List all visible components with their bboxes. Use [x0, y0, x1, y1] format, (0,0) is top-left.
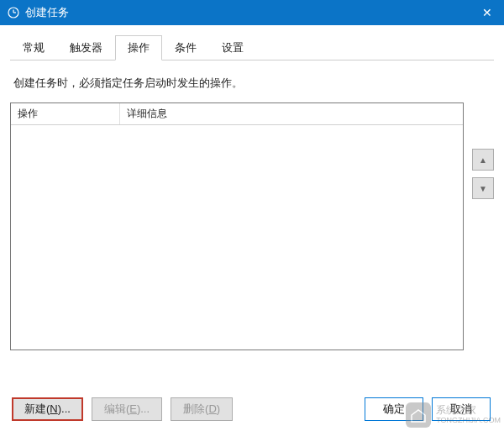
edit-button[interactable]: 编辑(E)... — [92, 397, 162, 421]
edit-button-label: 编辑(E)... — [104, 402, 150, 415]
move-up-button[interactable]: ▲ — [472, 149, 494, 171]
titlebar: 创建任务 ✕ — [0, 0, 504, 25]
ok-button[interactable]: 确定 — [365, 397, 423, 421]
table-header: 操作 详细信息 — [11, 103, 463, 125]
description-text: 创建任务时，必须指定任务启动时发生的操作。 — [13, 76, 491, 91]
tab-conditions[interactable]: 条件 — [162, 35, 209, 60]
cancel-button[interactable]: 取消 — [432, 397, 491, 421]
move-down-button[interactable]: ▼ — [472, 177, 494, 199]
new-button-label: 新建(N)... — [24, 402, 71, 415]
tab-actions[interactable]: 操作 — [115, 35, 162, 60]
tab-triggers[interactable]: 触发器 — [57, 35, 115, 60]
tab-settings[interactable]: 设置 — [209, 35, 256, 60]
tab-bar: 常规 触发器 操作 条件 设置 — [10, 35, 494, 60]
close-icon[interactable]: ✕ — [470, 0, 504, 25]
table-area: 操作 详细信息 ▲ ▼ — [10, 102, 494, 387]
dialog-content: 常规 触发器 操作 条件 设置 创建任务时，必须指定任务启动时发生的操作。 操作… — [0, 25, 504, 431]
delete-button-label: 删除(D) — [183, 402, 220, 415]
window-title: 创建任务 — [25, 5, 470, 20]
new-button[interactable]: 新建(N)... — [12, 397, 83, 421]
clock-icon — [7, 6, 20, 19]
tab-general[interactable]: 常规 — [10, 35, 57, 60]
reorder-buttons: ▲ ▼ — [472, 149, 494, 199]
delete-button[interactable]: 删除(D) — [171, 397, 233, 421]
column-action[interactable]: 操作 — [11, 103, 120, 124]
actions-table[interactable]: 操作 详细信息 — [10, 102, 464, 350]
column-detail[interactable]: 详细信息 — [120, 103, 463, 124]
dialog-buttons: 确定 取消 — [365, 397, 491, 421]
